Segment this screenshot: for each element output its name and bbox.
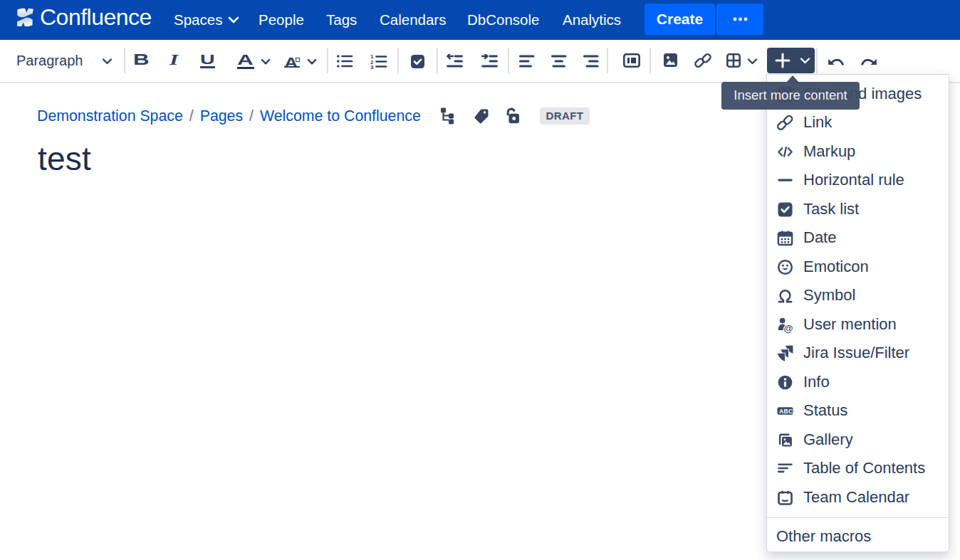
svg-text:3: 3: [370, 64, 374, 69]
svg-text:ABC: ABC: [779, 408, 793, 415]
svg-text:@: @: [783, 322, 793, 332]
